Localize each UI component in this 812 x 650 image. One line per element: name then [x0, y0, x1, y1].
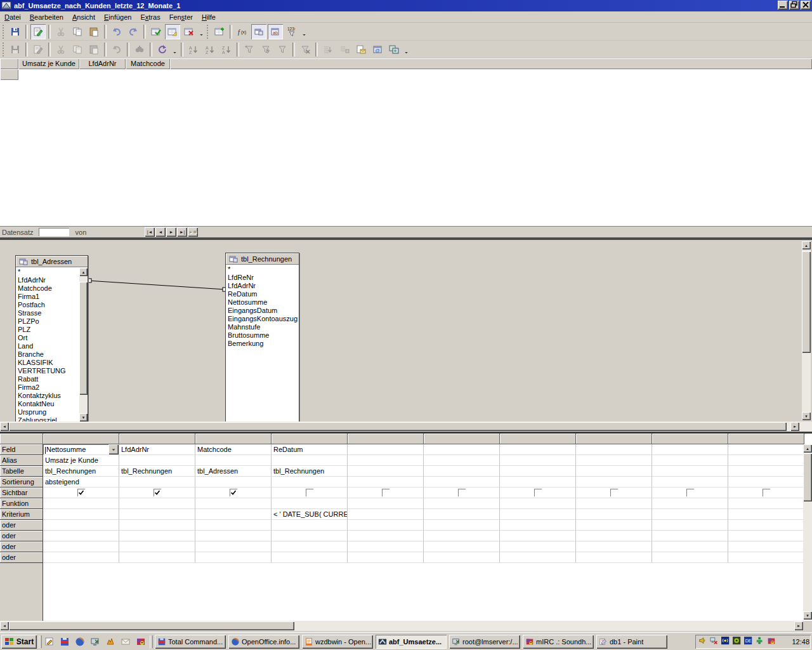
scroll-up-button[interactable]: ▲	[79, 268, 88, 276]
grid-cell-sichtbar-col8[interactable]	[576, 488, 652, 498]
grid-cell-funktion-col9[interactable]	[652, 498, 728, 509]
grid-cell-oder-col5[interactable]	[348, 520, 424, 531]
grid-cell-sortierung-col10[interactable]	[728, 477, 804, 488]
data-in-fields-button[interactable]	[337, 42, 352, 57]
run-query-button[interactable]	[148, 24, 164, 39]
data-to-text-button[interactable]	[320, 42, 336, 57]
grid-cell-oder-col3[interactable]	[195, 531, 272, 541]
table-panel-title[interactable]: tbl_Rechnungen	[226, 253, 299, 265]
toolbar-grip[interactable]	[206, 25, 209, 39]
save-button[interactable]	[8, 24, 23, 39]
task-button-total-command[interactable]: Total Command...	[155, 635, 226, 649]
copy-button[interactable]	[70, 24, 85, 39]
grid-cell-feld-col6[interactable]	[424, 444, 500, 455]
scroll-left-button[interactable]: ◄	[0, 422, 9, 431]
tray-nvidia-icon[interactable]	[732, 637, 743, 647]
grid-column-header[interactable]	[348, 434, 424, 444]
standard-filter-button[interactable]	[275, 42, 290, 57]
field-item[interactable]: Ort	[18, 334, 80, 342]
grid-cell-oder-col3[interactable]	[195, 541, 272, 552]
grid-cell-alias-col8[interactable]	[576, 455, 652, 466]
grid-cell-oder-col8[interactable]	[576, 552, 652, 563]
grid-row-label[interactable]: oder	[0, 552, 43, 563]
distinct-values-button[interactable]: 123!	[284, 24, 299, 39]
grid-cell-oder-col7[interactable]	[500, 531, 576, 541]
field-item[interactable]: *	[228, 265, 299, 274]
field-list-scrollbar[interactable]: ▲▼	[79, 268, 88, 421]
grid-cell-sichtbar-col6[interactable]	[424, 488, 500, 498]
scroll-up-button[interactable]: ▲	[802, 241, 811, 249]
undo-button[interactable]	[109, 42, 124, 57]
new-record-button[interactable]: ►✱	[188, 227, 198, 237]
start-button[interactable]: Start	[1, 635, 37, 649]
grid-cell-kriterium-col9[interactable]	[652, 509, 728, 520]
grid-cell-oder-col3[interactable]	[195, 520, 272, 531]
visible-checkbox[interactable]	[534, 489, 542, 496]
grid-row-label[interactable]: oder	[0, 520, 43, 531]
field-item[interactable]: Mahnstufe	[228, 323, 299, 331]
scrollbar-thumb[interactable]	[9, 621, 294, 630]
tray-keyboard-layout-icon[interactable]: DE	[743, 637, 754, 647]
grid-cell-oder-col4[interactable]	[272, 552, 348, 563]
field-item[interactable]: EingangsKontoauszug	[228, 315, 299, 323]
grid-cell-sortierung-col4[interactable]	[272, 477, 348, 488]
field-item[interactable]: PLZ	[18, 326, 80, 334]
grid-column-header[interactable]	[652, 434, 728, 444]
grid-cell-funktion-col1[interactable]	[43, 498, 119, 509]
field-item[interactable]: LfdReNr	[228, 274, 299, 282]
grid-column-header[interactable]	[195, 434, 272, 444]
grid-row-label[interactable]: Tabelle	[0, 466, 43, 477]
grid-row-label[interactable]: Funktion	[0, 498, 43, 509]
grid-cell-kriterium-col7[interactable]	[500, 509, 576, 520]
visible-checkbox[interactable]	[458, 489, 466, 496]
grid-cell-sortierung-col8[interactable]	[576, 477, 652, 488]
grid-cell-feld-col2[interactable]: LfdAdrNr	[119, 444, 195, 455]
grid-cell-oder-col1[interactable]	[43, 541, 119, 552]
grid-cell-alias-col7[interactable]	[500, 455, 576, 466]
grid-cell-oder-col10[interactable]	[728, 520, 804, 531]
restore-button[interactable]	[789, 1, 799, 10]
field-item[interactable]: Ursprung	[18, 408, 80, 416]
grid-cell-alias-col3[interactable]	[195, 455, 272, 466]
field-item[interactable]: Strasse	[18, 309, 80, 317]
scroll-down-button[interactable]: ▼	[79, 413, 88, 421]
grid-cell-oder-col6[interactable]	[424, 541, 500, 552]
scrollbar-thumb[interactable]	[802, 251, 811, 353]
menu-einfgen[interactable]: Einfügen	[100, 12, 136, 22]
grid-row-label[interactable]: oder	[0, 531, 43, 541]
grid-cell-oder-col6[interactable]	[424, 552, 500, 563]
grid-cell-funktion-col3[interactable]	[195, 498, 272, 509]
quick-launch-firefox[interactable]	[74, 636, 86, 647]
mail-merge-button[interactable]	[353, 42, 369, 57]
quick-launch-remote-desktop[interactable]	[89, 636, 102, 647]
grid-cell-sichtbar-col3[interactable]	[195, 488, 272, 498]
find-record-button[interactable]	[132, 42, 147, 57]
visible-checkbox-checked[interactable]	[230, 489, 237, 496]
field-item[interactable]: Branche	[18, 350, 80, 359]
cut-button[interactable]	[53, 24, 69, 39]
grid-column-header[interactable]	[424, 434, 500, 444]
tray-signal-icon[interactable]	[721, 637, 731, 647]
visible-checkbox[interactable]	[382, 489, 390, 496]
task-button-mirc-soundh[interactable]: mIRC .: Soundh...	[523, 635, 594, 649]
copy-button[interactable]	[70, 42, 85, 57]
grid-cell-sichtbar-col4[interactable]	[272, 488, 348, 498]
column-header-umsatz-je-kunde[interactable]: Umsatz je Kunde	[18, 58, 79, 69]
scroll-up-button[interactable]: ▲	[803, 444, 812, 453]
grid-row-label[interactable]: Alias	[0, 455, 43, 466]
paste-button[interactable]	[86, 42, 102, 57]
field-item[interactable]: Firma2	[18, 383, 80, 392]
scrollbar-thumb[interactable]	[79, 282, 88, 395]
grid-cell-oder-col8[interactable]	[576, 520, 652, 531]
grid-cell-sortierung-col7[interactable]	[500, 477, 576, 488]
grid-cell-kriterium-col8[interactable]	[576, 509, 652, 520]
scroll-right-button[interactable]: ►	[790, 422, 799, 431]
menu-datei[interactable]: Datei	[0, 12, 25, 22]
grid-cell-feld-col9[interactable]	[652, 444, 728, 455]
menu-extras[interactable]: Extras	[136, 12, 164, 22]
grid-row-label[interactable]: oder	[0, 541, 43, 552]
grid-cell-alias-col2[interactable]	[119, 455, 195, 466]
grid-cell-oder-col5[interactable]	[348, 552, 424, 563]
grid-cell-oder-col5[interactable]	[348, 541, 424, 552]
clear-query-button[interactable]	[181, 24, 197, 39]
